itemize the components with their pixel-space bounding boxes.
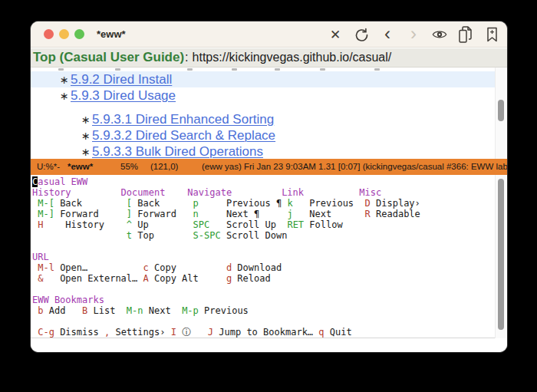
eww-buffer: ∗5.9.2 Dired Install∗5.9.3 Dired Usage∗5… [31,68,495,159]
menu-text: Top [132,230,193,241]
menu-key[interactable]: I [171,327,176,338]
menu-text: Download [232,262,282,273]
header-separator: : [185,51,188,64]
menu-text: Open… [54,262,143,273]
menu-text: Scroll Down [221,230,288,241]
mode-line: U:%*- *eww* 55% (121,0) (eww yas) Fri Ja… [31,159,507,175]
content-scrollbar-thumb[interactable] [498,100,504,121]
menu-text: Jump to Bookmark… [213,327,318,338]
close-window-button[interactable] [44,29,54,39]
menu-text [165,187,187,198]
menu-key[interactable]: M-] [38,209,54,219]
toc-link[interactable]: 5.9.3.1 Dired Enhanced Sorting [92,112,274,127]
menu-key[interactable]: k [287,198,292,209]
menu-text [32,230,127,241]
menu-line [32,284,495,295]
menu-key[interactable]: t [127,230,132,241]
menu-key[interactable]: c [143,262,149,273]
menu-key[interactable]: J [208,327,213,338]
menu-line: EWW Bookmarks [32,295,495,305]
bookmark-add-icon[interactable] [484,26,499,43]
menu-section-label: Navigate [187,187,232,198]
menu-key[interactable]: n [193,209,199,219]
menu-text: List [87,305,127,316]
menu-key[interactable]: j [287,209,292,219]
menu-text: Next ¶ [199,209,288,219]
eww-header-line: Top (Casual User Guide) : https://kickin… [31,48,507,68]
menu-key[interactable]: A [143,273,149,284]
menu-key[interactable]: [ [127,198,132,209]
toc-link[interactable]: 5.9.3 Dired Usage [71,88,176,104]
menu-scrollbar-track[interactable] [495,175,506,338]
toolbar: ✕ ‹ › [328,21,499,48]
menu-text: Next [143,305,183,316]
menu-section-label: Document [121,187,166,198]
modeline-coding: U:%*- [37,162,60,171]
bullet-icon: ∗ [81,114,87,126]
transient-menu: Casual EWWHistory Document Navigate Link… [31,175,495,338]
history-back-icon[interactable]: ‹ [380,26,395,43]
menu-key[interactable]: M-n [127,305,143,316]
titlebar: *eww* ✕ ‹ › [31,21,507,48]
menu-text: Back [54,198,127,209]
menu-key[interactable]: p [193,198,199,209]
readable-view-eye-icon[interactable] [432,26,447,43]
menu-key[interactable]: S-SPC [193,230,221,241]
modeline-buffer-name: *eww* [68,162,93,171]
menu-key[interactable]: q [318,327,324,338]
clipped-text-row [31,68,495,71]
minimize-window-button[interactable] [59,29,69,39]
toc-link[interactable]: 5.9.2 Dired Install [71,72,172,87]
close-page-icon[interactable]: ✕ [328,26,343,43]
content-scrollbar-track[interactable] [495,68,506,159]
menu-text: Open External… [43,273,143,284]
menu-text: Follow [304,219,343,230]
menu-text: Forward [132,209,193,219]
menu-key[interactable]: RET [287,219,304,230]
menu-text: Settings› [110,327,170,338]
menu-text: Copy [149,262,226,273]
menu-text [232,187,282,198]
page-title: Top (Casual User Guide) [33,50,184,65]
menu-text: Previous ¶ [199,198,288,209]
menu-line: M-l Open… c Copy d Download [32,262,495,273]
menu-key[interactable]: SPC [193,219,210,230]
menu-line: & Open External… A Copy Alt g Reload [32,273,495,284]
history-forward-icon: › [406,26,421,43]
menu-text: Previous [199,305,249,316]
echo-area [31,338,507,352]
bullet-icon: ∗ [60,90,66,102]
page-url: https://kickingvegas.github.io/casual/ [193,51,392,64]
reload-icon[interactable] [354,26,369,43]
menu-line: C-g Dismiss , Settings› I ⓘ J Jump to Bo… [32,327,495,338]
menu-text: Display› [371,198,420,209]
traffic-lights [44,29,84,39]
modeline-scroll-percent: 55% [120,162,138,171]
toc-link[interactable]: 5.9.3.2 Dired Search & Replace [92,128,275,143]
menu-scrollbar-thumb[interactable] [498,179,504,330]
menu-text: Reload [232,273,271,284]
menu-section-label: URL [32,252,49,262]
menu-text: History [43,219,126,230]
bullet-icon: ∗ [81,130,87,142]
menu-line: URL [32,252,495,262]
menu-line [32,241,495,252]
toc-link[interactable]: 5.9.3.3 Bulk Dired Operations [92,144,263,160]
menu-text: Forward [54,209,127,219]
menu-key[interactable]: M-[ [38,198,54,209]
menu-text: Quit [325,327,352,338]
menu-text: ⓘ [176,327,208,338]
menu-text: Next [293,209,365,219]
menu-text: Copy Alt [149,273,226,284]
menu-key[interactable]: D [365,198,371,209]
copy-page-icon[interactable] [458,26,473,43]
zoom-window-button[interactable] [74,29,84,39]
menu-key[interactable]: ^ [127,219,132,230]
menu-key[interactable]: ] [127,209,132,219]
menu-key[interactable]: C-g [38,327,54,338]
menu-key[interactable]: M-p [182,305,199,316]
menu-key[interactable]: M-l [38,262,54,273]
menu-line: b Add B List M-n Next M-p Previous [32,305,495,316]
menu-key[interactable]: R [365,209,371,219]
menu-section-label: Misc [359,187,381,198]
